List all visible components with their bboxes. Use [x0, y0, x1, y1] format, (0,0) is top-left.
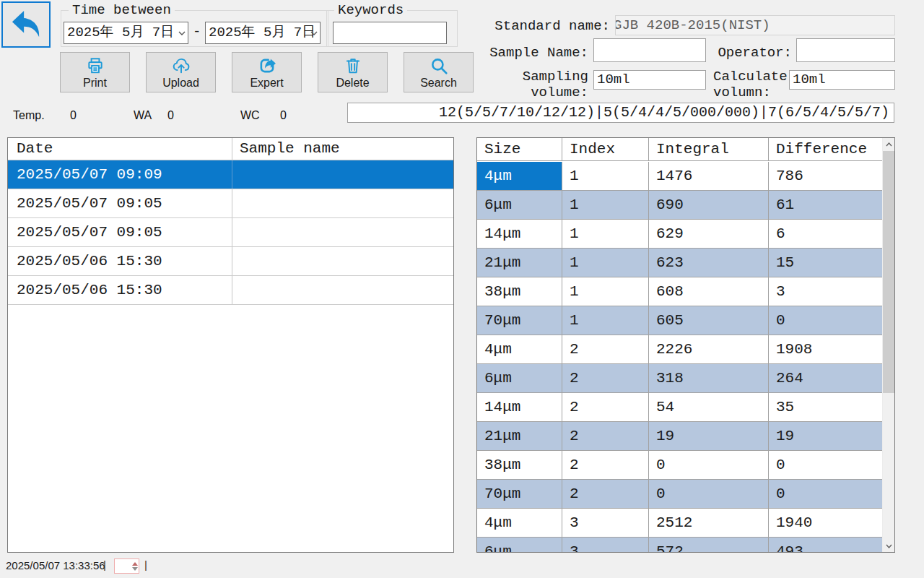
result-cell[interactable]: 3: [769, 277, 882, 306]
record-sample-name-cell[interactable]: [232, 247, 453, 275]
record-sample-name-cell[interactable]: [232, 276, 453, 304]
table-row[interactable]: 2025/05/07 09:09: [8, 160, 453, 189]
result-cell[interactable]: 70μm: [477, 306, 562, 335]
result-cell[interactable]: 0: [769, 306, 882, 335]
result-cell[interactable]: 690: [649, 191, 769, 219]
result-cell[interactable]: 6μm: [477, 364, 562, 392]
result-cell[interactable]: 2: [562, 422, 649, 450]
table-row[interactable]: 2025/05/06 15:30: [8, 247, 453, 276]
result-cell[interactable]: 14μm: [477, 393, 562, 421]
delete-button[interactable]: Delete: [318, 52, 388, 92]
result-cell[interactable]: 70μm: [477, 480, 562, 508]
record-date-cell[interactable]: 2025/05/07 09:05: [8, 218, 232, 246]
column-header-index[interactable]: Index: [562, 138, 649, 160]
print-button[interactable]: Print: [60, 52, 130, 92]
result-cell[interactable]: 4μm: [477, 335, 562, 363]
result-cell[interactable]: 1: [562, 249, 649, 277]
column-header-date[interactable]: Date: [8, 138, 232, 160]
result-cell[interactable]: 3: [562, 538, 649, 552]
column-header-sample-name[interactable]: Sample name: [232, 138, 453, 160]
result-cell[interactable]: 1: [562, 191, 649, 219]
sample-name-field[interactable]: [593, 38, 706, 62]
result-cell[interactable]: 19: [769, 422, 882, 450]
result-cell[interactable]: 21μm: [477, 422, 562, 450]
results-scrollbar[interactable]: [882, 138, 894, 552]
result-cell[interactable]: 6: [769, 220, 882, 248]
scroll-up-button[interactable]: [883, 138, 895, 150]
date-from-value: 2025年 5月 7日: [67, 25, 174, 40]
result-cell[interactable]: 493: [769, 538, 882, 552]
result-cell[interactable]: 0: [649, 451, 769, 479]
result-cell[interactable]: 2: [562, 393, 649, 421]
result-cell[interactable]: 1: [562, 306, 649, 335]
sampling-volume-field[interactable]: 10ml: [593, 70, 706, 90]
result-cell[interactable]: 4μm: [477, 509, 562, 537]
result-cell[interactable]: 264: [769, 364, 882, 392]
code-summary-field[interactable]: 12(5/5/7/10/12/12)|5(5/4/4/5/000/000)|7(…: [347, 103, 894, 123]
result-cell[interactable]: 318: [649, 364, 769, 392]
result-cell[interactable]: 4μm: [477, 162, 562, 190]
result-cell[interactable]: 38μm: [477, 451, 562, 479]
result-cell[interactable]: 1908: [769, 335, 882, 363]
calculate-volumn-field[interactable]: 10ml: [789, 70, 895, 90]
result-cell[interactable]: 0: [769, 480, 882, 508]
wc-label: WC: [240, 109, 260, 122]
result-cell[interactable]: 0: [649, 480, 769, 508]
result-cell[interactable]: 15: [769, 249, 882, 277]
status-spinner-box[interactable]: [114, 558, 139, 574]
record-date-cell[interactable]: 2025/05/06 15:30: [8, 247, 232, 275]
record-sample-name-cell[interactable]: [232, 160, 453, 189]
date-from-picker[interactable]: 2025年 5月 7日: [64, 22, 188, 44]
upload-button[interactable]: Upload: [146, 52, 216, 92]
result-cell[interactable]: 2: [562, 335, 649, 363]
column-header-difference[interactable]: Difference: [769, 138, 882, 160]
result-cell[interactable]: 629: [649, 220, 769, 248]
column-header-integral[interactable]: Integral: [649, 138, 769, 160]
result-cell[interactable]: 35: [769, 393, 882, 421]
date-to-picker[interactable]: 2025年 5月 7日: [205, 22, 321, 44]
result-cell[interactable]: 2512: [649, 509, 769, 537]
result-cell[interactable]: 0: [769, 451, 882, 479]
result-cell[interactable]: 1476: [649, 162, 769, 190]
scrollbar-thumb[interactable]: [883, 151, 895, 393]
keywords-input[interactable]: [333, 22, 447, 44]
record-date-cell[interactable]: 2025/05/06 15:30: [8, 276, 232, 304]
result-cell[interactable]: 608: [649, 277, 769, 306]
result-cell[interactable]: 21μm: [477, 249, 562, 277]
operator-field[interactable]: [796, 38, 895, 62]
result-cell[interactable]: 2: [562, 480, 649, 508]
result-cell[interactable]: 1940: [769, 509, 882, 537]
result-cell[interactable]: 1: [562, 162, 649, 190]
column-header-size[interactable]: Size: [477, 138, 562, 160]
result-cell[interactable]: 2226: [649, 335, 769, 363]
result-cell[interactable]: 6μm: [477, 538, 562, 552]
record-sample-name-cell[interactable]: [232, 218, 453, 246]
table-row[interactable]: 2025/05/07 09:05: [8, 218, 453, 247]
status-separator: |: [144, 558, 147, 571]
result-cell[interactable]: 14μm: [477, 220, 562, 248]
result-cell[interactable]: 1: [562, 220, 649, 248]
result-cell[interactable]: 1: [562, 277, 649, 306]
result-cell[interactable]: 54: [649, 393, 769, 421]
result-cell[interactable]: 38μm: [477, 277, 562, 306]
record-date-cell[interactable]: 2025/05/07 09:05: [8, 189, 232, 217]
expert-button[interactable]: Expert: [232, 52, 302, 92]
result-cell[interactable]: 3: [562, 509, 649, 537]
result-cell[interactable]: 2: [562, 451, 649, 479]
result-cell[interactable]: 786: [769, 162, 882, 190]
result-cell[interactable]: 623: [649, 249, 769, 277]
scroll-down-button[interactable]: [883, 540, 895, 552]
results-table-body: 4μm114767866μm16906114μm1629621μm1623153…: [477, 162, 882, 552]
result-cell[interactable]: 2: [562, 364, 649, 392]
result-cell[interactable]: 572: [649, 538, 769, 552]
table-row: 21μm162315: [477, 249, 882, 277]
table-row[interactable]: 2025/05/07 09:05: [8, 189, 453, 218]
result-cell[interactable]: 6μm: [477, 191, 562, 219]
record-date-cell[interactable]: 2025/05/07 09:09: [8, 160, 232, 189]
result-cell[interactable]: 605: [649, 306, 769, 335]
record-sample-name-cell[interactable]: [232, 189, 453, 217]
table-row[interactable]: 2025/05/06 15:30: [8, 276, 453, 305]
back-button[interactable]: [1, 1, 51, 48]
result-cell[interactable]: 61: [769, 191, 882, 219]
result-cell[interactable]: 19: [649, 422, 769, 450]
